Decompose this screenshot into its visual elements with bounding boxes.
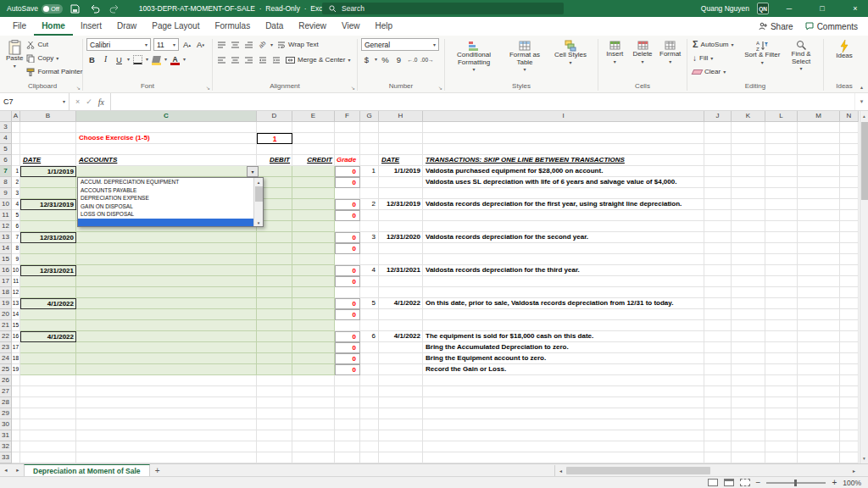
autosum-button[interactable]: ΣAutoSum [691,38,742,51]
cell-N19[interactable] [840,298,859,309]
undo-icon[interactable] [88,2,102,15]
cell-L10[interactable] [765,199,798,210]
cell-N22[interactable] [840,331,859,342]
cell-I25[interactable]: Record the Gain or Loss. [423,364,704,375]
column-header-M[interactable]: M [798,111,840,122]
cell-D3[interactable] [257,122,292,133]
cell-I16[interactable]: Valdosta records depreciation for the th… [423,265,704,276]
cell-N11[interactable] [840,210,859,221]
avatar[interactable]: QN [757,3,769,14]
cell-N13[interactable] [840,232,859,243]
cell-B7[interactable]: 1/1/2019 [20,166,76,177]
cell-E9[interactable] [292,188,335,199]
row-header-9[interactable]: 9 [0,188,12,199]
cell-M16[interactable] [798,265,840,276]
italic-button[interactable]: I [100,53,111,65]
cell-C7[interactable] [76,166,257,177]
cell-M32[interactable] [798,441,840,452]
cell-C27[interactable] [76,386,257,397]
cell-G10[interactable]: 2 [360,199,379,210]
cell-J27[interactable] [704,386,732,397]
scroll-left-icon[interactable]: ◂ [555,468,566,474]
cell-M13[interactable] [798,232,840,243]
cell-H33[interactable] [379,452,423,463]
cell-C13[interactable] [76,232,257,243]
cell-F14[interactable]: 0 [335,243,360,254]
cell-G31[interactable] [360,430,379,441]
column-header-G[interactable]: G [360,111,379,122]
column-header-B[interactable]: B [20,111,76,122]
cell-A33[interactable] [12,452,20,463]
cell-K3[interactable] [732,122,765,133]
font-color-chevron-icon[interactable] [183,57,186,62]
cell-I26[interactable] [423,375,704,386]
cell-H30[interactable] [379,419,423,430]
cell-G30[interactable] [360,419,379,430]
delete-cells-button[interactable]: Delete [630,38,656,64]
cell-E16[interactable] [292,265,335,276]
cell-L12[interactable] [765,221,798,232]
cell-L7[interactable] [765,166,798,177]
dropdown-item[interactable]: ACCUM. DEPRECIATION EQUIPMENT [78,178,253,186]
cell-H10[interactable]: 12/31/2019 [379,199,423,210]
cell-B12[interactable] [20,221,76,232]
cell-A21[interactable]: 15 [12,320,20,331]
cell-M4[interactable] [798,133,840,144]
cell-B9[interactable] [20,188,76,199]
cell-I28[interactable] [423,397,704,408]
cell-K28[interactable] [732,397,765,408]
cell-B18[interactable] [20,287,76,298]
new-sheet-button[interactable]: + [150,464,165,476]
cell-G28[interactable] [360,397,379,408]
cell-C25[interactable] [76,364,257,375]
cell-L13[interactable] [765,232,798,243]
zoom-slider[interactable] [766,482,826,484]
normal-view-icon[interactable] [708,479,718,486]
cell-K21[interactable] [732,320,765,331]
cell-L24[interactable] [765,353,798,364]
cell-K19[interactable] [732,298,765,309]
cell-N16[interactable] [840,265,859,276]
cell-F5[interactable] [335,144,360,155]
cell-B3[interactable] [20,122,76,133]
cell-H26[interactable] [379,375,423,386]
cell-B22[interactable]: 4/1/2022 [20,331,76,342]
row-header-11[interactable]: 11 [0,210,12,221]
cell-G8[interactable] [360,177,379,188]
cell-M28[interactable] [798,397,840,408]
zoom-slider-thumb[interactable] [794,480,797,486]
cell-H7[interactable]: 1/1/2019 [379,166,423,177]
cell-I6[interactable]: TRANSACTIONS: SKIP ONE LINE BETWEEN TRAN… [423,155,704,166]
cell-D5[interactable] [257,144,292,155]
cell-G18[interactable] [360,287,379,298]
cell-K6[interactable] [732,155,765,166]
dropdown-item[interactable]: LOSS ON DISPOSAL [78,210,253,219]
cell-F15[interactable] [335,254,360,265]
redo-icon[interactable] [108,2,121,15]
cell-E28[interactable] [292,397,335,408]
row-header-7[interactable]: 7 [0,166,12,177]
cell-A30[interactable] [12,419,20,430]
cell-N25[interactable] [840,364,859,375]
cell-L31[interactable] [765,430,798,441]
cell-E23[interactable] [292,342,335,353]
cell-K11[interactable] [732,210,765,221]
cell-H23[interactable] [379,342,423,353]
cell-M8[interactable] [798,177,840,188]
cell-J30[interactable] [704,419,732,430]
cell-N6[interactable] [840,155,859,166]
select-all-corner[interactable] [0,111,12,122]
autosave-pill[interactable]: Off [42,4,63,14]
cell-F24[interactable]: 0 [335,353,360,364]
row-header-3[interactable]: 3 [0,122,12,133]
cell-K23[interactable] [732,342,765,353]
cell-K26[interactable] [732,375,765,386]
fill-color-button[interactable] [151,53,162,65]
cell-H29[interactable] [379,408,423,419]
insert-cells-button[interactable]: Insert [602,38,628,64]
cell-H16[interactable]: 12/31/2021 [379,265,423,276]
row-header-10[interactable]: 10 [0,199,12,210]
row-header-26[interactable]: 26 [0,375,12,386]
row-header-20[interactable]: 20 [0,309,12,320]
cell-G7[interactable]: 1 [360,166,379,177]
